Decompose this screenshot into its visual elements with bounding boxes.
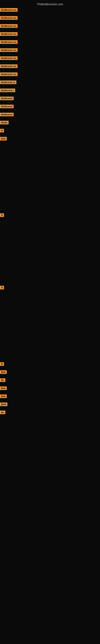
bottleneck-badge[interactable]: Bott xyxy=(0,394,7,398)
bottleneck-badge[interactable]: R xyxy=(0,362,4,366)
bottleneck-badge[interactable]: Bottleneck res xyxy=(0,8,18,12)
bottleneck-badge[interactable]: Bo xyxy=(0,378,5,382)
bottleneck-badge[interactable]: B xyxy=(0,286,4,290)
bottleneck-badge[interactable]: Bottleneck res xyxy=(0,48,18,52)
bottleneck-badge[interactable]: Bottleneck res xyxy=(0,56,18,60)
bottleneck-badge[interactable]: Bottleneck xyxy=(0,96,14,100)
bottleneck-badge[interactable]: Bottleneck xyxy=(0,113,14,116)
bottleneck-badge[interactable]: Bottleneck res xyxy=(0,24,18,28)
bottleneck-badge[interactable]: Bottleneck xyxy=(0,105,14,108)
bottleneck-badge[interactable]: Bottleneck res xyxy=(0,72,18,76)
bottleneck-badge[interactable]: Bo xyxy=(0,410,5,414)
bottleneck-badge[interactable]: Bott xyxy=(0,137,7,140)
bottleneck-badge[interactable]: Bott xyxy=(0,370,7,374)
site-title: TheBottlenecker.com xyxy=(0,1,100,8)
bottleneck-badge[interactable]: B xyxy=(0,129,4,132)
bottleneck-badge[interactable]: Bottleneck res xyxy=(0,40,18,44)
bottleneck-badge[interactable]: Bott xyxy=(0,386,7,390)
bottleneck-badge[interactable]: Bottleneck r xyxy=(0,88,15,92)
bottleneck-badge[interactable]: Bottl xyxy=(0,402,7,406)
bottleneck-badge[interactable]: B xyxy=(0,213,4,217)
bottleneck-badge[interactable]: Bottle xyxy=(0,121,9,124)
bottleneck-badge[interactable]: Bottleneck res xyxy=(0,64,18,68)
bottleneck-badge[interactable]: Bottleneck re xyxy=(0,80,16,84)
bottleneck-badge[interactable]: Bottleneck res xyxy=(0,32,18,36)
bottleneck-badge[interactable]: Bottleneck res xyxy=(0,16,18,20)
